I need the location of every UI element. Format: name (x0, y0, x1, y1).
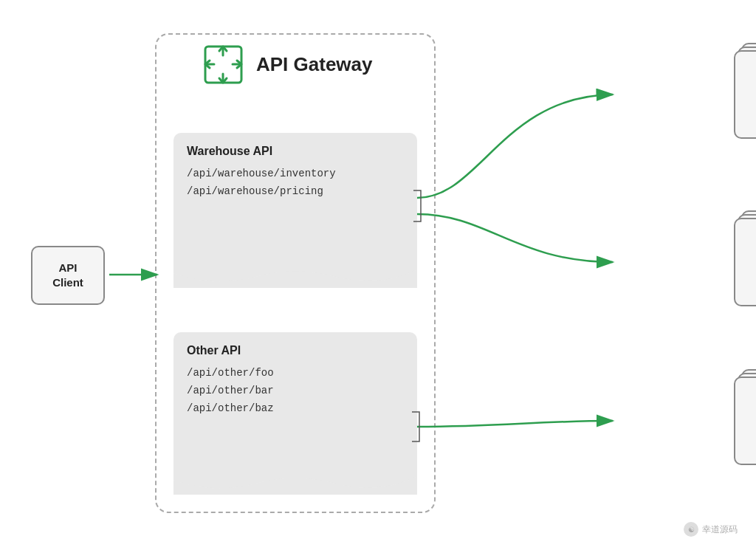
warehouse-api-routes: /api/warehouse/inventory/api/warehouse/p… (187, 165, 404, 201)
api-client-box: API Client (31, 246, 105, 305)
warehouse-wavy-bottom (173, 258, 417, 288)
api-client-label: API Client (52, 261, 83, 289)
pricing-service-card-front: PricingService (734, 218, 756, 306)
warehouse-api-panel: Warehouse API /api/warehouse/inventory/a… (173, 133, 417, 288)
watermark-icon: ☯ (684, 522, 698, 537)
inventory-service-card-front: InventoryService (734, 50, 756, 139)
other-api-routes: /api/other/foo/api/other/bar/api/other/b… (187, 365, 404, 417)
diagram-container: API Client API Gateway Warehouse API /ap… (0, 0, 756, 550)
gateway-header: API Gateway (199, 41, 373, 89)
watermark: ☯ 幸道源码 (684, 522, 738, 537)
other-service-card-front: OtherService (734, 377, 756, 465)
gateway-icon (199, 41, 247, 89)
other-api-title: Other API (187, 344, 404, 357)
other-api-panel: Other API /api/other/foo/api/other/bar/a… (173, 332, 417, 495)
gateway-title: API Gateway (256, 53, 373, 76)
other-wavy-bottom (173, 465, 417, 495)
warehouse-api-title: Warehouse API (187, 145, 404, 158)
watermark-text: 幸道源码 (702, 523, 738, 536)
